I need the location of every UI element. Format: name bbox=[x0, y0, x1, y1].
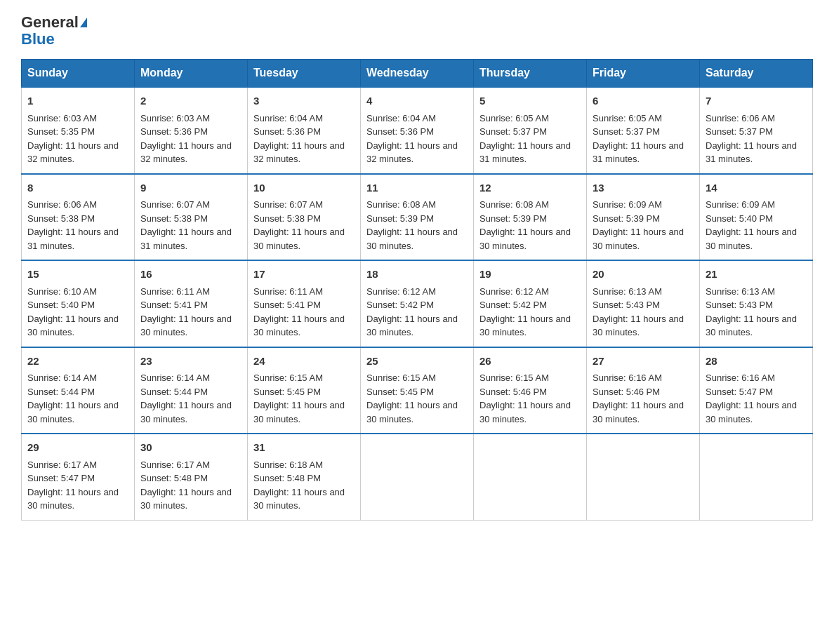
daylight-text: Daylight: 11 hours and 30 minutes. bbox=[253, 314, 345, 338]
sunrise-text: Sunrise: 6:15 AM bbox=[253, 373, 323, 383]
day-number: 13 bbox=[593, 180, 694, 196]
sunset-text: Sunset: 5:35 PM bbox=[27, 126, 95, 137]
daylight-text: Daylight: 11 hours and 30 minutes. bbox=[140, 314, 232, 338]
sunrise-text: Sunrise: 6:07 AM bbox=[140, 199, 210, 210]
daylight-text: Daylight: 11 hours and 30 minutes. bbox=[593, 400, 684, 424]
day-cell-16: 16 Sunrise: 6:11 AM Sunset: 5:41 PM Dayl… bbox=[135, 260, 248, 347]
day-cell-3: 3 Sunrise: 6:04 AM Sunset: 5:36 PM Dayli… bbox=[248, 87, 361, 174]
logo: General Blue bbox=[21, 14, 87, 48]
day-cell-12: 12 Sunrise: 6:08 AM Sunset: 5:39 PM Dayl… bbox=[474, 174, 587, 261]
empty-cell bbox=[474, 434, 587, 520]
daylight-text: Daylight: 11 hours and 32 minutes. bbox=[253, 140, 345, 165]
sunrise-text: Sunrise: 6:05 AM bbox=[593, 113, 662, 123]
sunset-text: Sunset: 5:41 PM bbox=[140, 300, 208, 310]
day-number: 4 bbox=[366, 93, 468, 109]
sunset-text: Sunset: 5:37 PM bbox=[593, 126, 660, 137]
logo-general-text: General bbox=[21, 14, 79, 31]
sunrise-text: Sunrise: 6:04 AM bbox=[366, 113, 436, 123]
week-row-4: 22 Sunrise: 6:14 AM Sunset: 5:44 PM Dayl… bbox=[22, 347, 813, 434]
sunrise-text: Sunrise: 6:18 AM bbox=[253, 459, 323, 470]
day-cell-31: 31 Sunrise: 6:18 AM Sunset: 5:48 PM Dayl… bbox=[248, 434, 361, 520]
day-cell-28: 28 Sunrise: 6:16 AM Sunset: 5:47 PM Dayl… bbox=[700, 347, 813, 434]
sunrise-text: Sunrise: 6:14 AM bbox=[27, 373, 97, 383]
weekday-header-thursday: Thursday bbox=[474, 60, 587, 88]
sunset-text: Sunset: 5:44 PM bbox=[140, 387, 208, 397]
sunset-text: Sunset: 5:46 PM bbox=[479, 387, 547, 397]
sunset-text: Sunset: 5:39 PM bbox=[593, 213, 660, 224]
sunrise-text: Sunrise: 6:03 AM bbox=[27, 113, 97, 123]
sunrise-text: Sunrise: 6:14 AM bbox=[140, 373, 210, 383]
sunset-text: Sunset: 5:44 PM bbox=[27, 387, 95, 397]
day-cell-19: 19 Sunrise: 6:12 AM Sunset: 5:42 PM Dayl… bbox=[474, 260, 587, 347]
day-number: 12 bbox=[479, 180, 581, 196]
day-number: 15 bbox=[27, 267, 128, 283]
day-number: 2 bbox=[140, 93, 241, 109]
day-cell-22: 22 Sunrise: 6:14 AM Sunset: 5:44 PM Dayl… bbox=[22, 347, 135, 434]
sunrise-text: Sunrise: 6:07 AM bbox=[253, 199, 323, 210]
sunrise-text: Sunrise: 6:15 AM bbox=[479, 373, 549, 383]
sunset-text: Sunset: 5:41 PM bbox=[253, 300, 321, 310]
day-cell-13: 13 Sunrise: 6:09 AM Sunset: 5:39 PM Dayl… bbox=[587, 174, 700, 261]
daylight-text: Daylight: 11 hours and 30 minutes. bbox=[27, 314, 119, 338]
sunset-text: Sunset: 5:40 PM bbox=[27, 300, 95, 310]
day-number: 6 bbox=[593, 93, 694, 109]
day-number: 31 bbox=[253, 440, 355, 456]
weekday-header-sunday: Sunday bbox=[22, 60, 135, 88]
week-row-1: 1 Sunrise: 6:03 AM Sunset: 5:35 PM Dayli… bbox=[22, 87, 813, 174]
sunset-text: Sunset: 5:36 PM bbox=[140, 126, 208, 137]
sunset-text: Sunset: 5:38 PM bbox=[140, 213, 208, 224]
day-cell-18: 18 Sunrise: 6:12 AM Sunset: 5:42 PM Dayl… bbox=[361, 260, 474, 347]
daylight-text: Daylight: 11 hours and 30 minutes. bbox=[140, 487, 232, 511]
day-number: 25 bbox=[366, 354, 468, 370]
weekday-header-row: SundayMondayTuesdayWednesdayThursdayFrid… bbox=[22, 60, 813, 88]
logo-blue-text: Blue bbox=[21, 31, 55, 48]
day-cell-11: 11 Sunrise: 6:08 AM Sunset: 5:39 PM Dayl… bbox=[361, 174, 474, 261]
day-cell-15: 15 Sunrise: 6:10 AM Sunset: 5:40 PM Dayl… bbox=[22, 260, 135, 347]
daylight-text: Daylight: 11 hours and 30 minutes. bbox=[253, 227, 345, 251]
day-cell-27: 27 Sunrise: 6:16 AM Sunset: 5:46 PM Dayl… bbox=[587, 347, 700, 434]
sunset-text: Sunset: 5:42 PM bbox=[366, 300, 434, 310]
sunset-text: Sunset: 5:36 PM bbox=[366, 126, 434, 137]
day-cell-9: 9 Sunrise: 6:07 AM Sunset: 5:38 PM Dayli… bbox=[135, 174, 248, 261]
day-number: 3 bbox=[253, 93, 355, 109]
day-cell-10: 10 Sunrise: 6:07 AM Sunset: 5:38 PM Dayl… bbox=[248, 174, 361, 261]
day-number: 5 bbox=[479, 93, 581, 109]
sunrise-text: Sunrise: 6:05 AM bbox=[479, 113, 549, 123]
weekday-header-tuesday: Tuesday bbox=[248, 60, 361, 88]
week-row-2: 8 Sunrise: 6:06 AM Sunset: 5:38 PM Dayli… bbox=[22, 174, 813, 261]
empty-cell bbox=[361, 434, 474, 520]
daylight-text: Daylight: 11 hours and 31 minutes. bbox=[706, 140, 797, 165]
sunset-text: Sunset: 5:42 PM bbox=[479, 300, 547, 310]
week-row-5: 29 Sunrise: 6:17 AM Sunset: 5:47 PM Dayl… bbox=[22, 434, 813, 520]
day-number: 16 bbox=[140, 267, 241, 283]
sunrise-text: Sunrise: 6:17 AM bbox=[140, 459, 210, 470]
daylight-text: Daylight: 11 hours and 30 minutes. bbox=[479, 400, 571, 424]
sunrise-text: Sunrise: 6:08 AM bbox=[479, 199, 549, 210]
day-number: 14 bbox=[706, 180, 807, 196]
sunset-text: Sunset: 5:48 PM bbox=[140, 473, 208, 483]
sunrise-text: Sunrise: 6:16 AM bbox=[706, 373, 775, 383]
day-cell-25: 25 Sunrise: 6:15 AM Sunset: 5:45 PM Dayl… bbox=[361, 347, 474, 434]
sunrise-text: Sunrise: 6:03 AM bbox=[140, 113, 210, 123]
day-number: 24 bbox=[253, 354, 355, 370]
day-cell-1: 1 Sunrise: 6:03 AM Sunset: 5:35 PM Dayli… bbox=[22, 87, 135, 174]
sunset-text: Sunset: 5:48 PM bbox=[253, 473, 321, 483]
sunrise-text: Sunrise: 6:13 AM bbox=[593, 286, 662, 297]
sunset-text: Sunset: 5:43 PM bbox=[706, 300, 773, 310]
day-cell-23: 23 Sunrise: 6:14 AM Sunset: 5:44 PM Dayl… bbox=[135, 347, 248, 434]
daylight-text: Daylight: 11 hours and 30 minutes. bbox=[366, 227, 458, 251]
day-number: 18 bbox=[366, 267, 468, 283]
page-header: General Blue bbox=[21, 14, 813, 48]
sunrise-text: Sunrise: 6:12 AM bbox=[366, 286, 436, 297]
sunset-text: Sunset: 5:40 PM bbox=[706, 213, 773, 224]
day-cell-24: 24 Sunrise: 6:15 AM Sunset: 5:45 PM Dayl… bbox=[248, 347, 361, 434]
day-number: 1 bbox=[27, 93, 128, 109]
sunset-text: Sunset: 5:43 PM bbox=[593, 300, 660, 310]
day-number: 10 bbox=[253, 180, 355, 196]
day-cell-14: 14 Sunrise: 6:09 AM Sunset: 5:40 PM Dayl… bbox=[700, 174, 813, 261]
daylight-text: Daylight: 11 hours and 32 minutes. bbox=[27, 140, 119, 165]
day-cell-26: 26 Sunrise: 6:15 AM Sunset: 5:46 PM Dayl… bbox=[474, 347, 587, 434]
week-row-3: 15 Sunrise: 6:10 AM Sunset: 5:40 PM Dayl… bbox=[22, 260, 813, 347]
weekday-header-friday: Friday bbox=[587, 60, 700, 88]
day-cell-7: 7 Sunrise: 6:06 AM Sunset: 5:37 PM Dayli… bbox=[700, 87, 813, 174]
